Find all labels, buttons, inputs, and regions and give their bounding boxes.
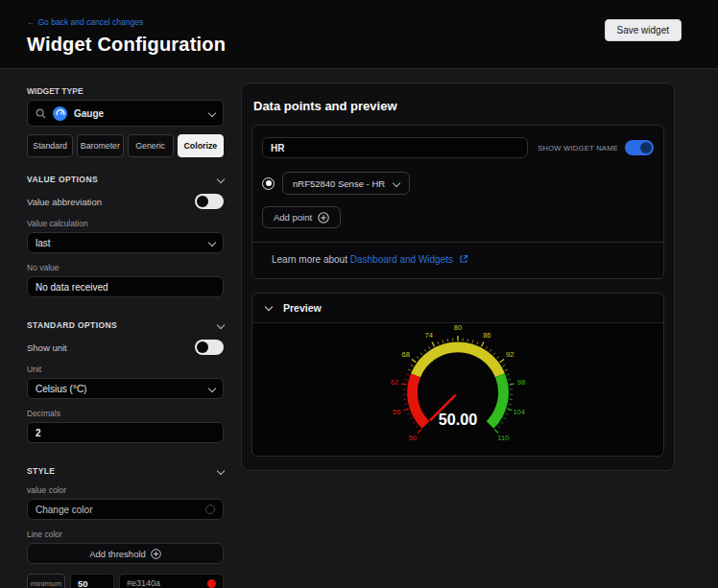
preview-collapse-header[interactable]: Preview [252,294,663,323]
chevron-down-icon [217,176,225,183]
unit-value: Celsius (°C) [36,384,86,394]
data-points-box: SHOW WIDGET NAME nRF52840 Sense - HR Add… [251,125,664,279]
learn-more-row: Learn more about Dashboard and Widgets [252,242,663,278]
show-widget-name-toggle[interactable] [625,140,654,155]
datapoint-radio[interactable] [262,177,275,190]
svg-text:50: 50 [409,434,417,442]
show-widget-name-label: SHOW WIDGET NAME [538,144,618,153]
line-color-label: Line color [27,529,224,539]
svg-text:68: 68 [402,350,410,359]
add-point-label: Add point [274,212,312,223]
threshold-value-input[interactable] [70,574,114,588]
widget-name-input[interactable] [262,137,528,158]
page-header: ← Go back and cancel changes Widget Conf… [0,0,718,69]
add-point-button[interactable]: Add point [262,206,341,228]
value-options-title: VALUE OPTIONS [27,175,98,184]
svg-text:104: 104 [513,408,525,416]
tab-generic[interactable]: Generic [128,134,174,157]
show-unit-label: Show unit [27,342,67,353]
show-unit-toggle[interactable] [195,340,224,355]
search-icon [36,108,46,119]
panel-title: Data points and preview [251,93,664,125]
style-title: STYLE [27,466,55,476]
no-value-label: No value [27,263,224,272]
svg-text:110: 110 [497,434,509,442]
unit-label: Unit [27,365,224,374]
widget-type-label: WIDGET TYPE [27,86,224,96]
no-value-input[interactable] [27,276,224,297]
chevron-down-icon [208,385,216,392]
gauge-variant-tabs: Standard Barometer Generic Colorize [27,134,224,157]
chevron-down-icon [393,179,400,187]
datapoint-select-value: nRF52840 Sense - HR [293,178,385,189]
svg-text:74: 74 [424,331,432,340]
value-abbreviation-label: Value abbreviation [27,197,102,207]
threshold-hex-text: #e3140a [127,578,160,588]
color-swatch-icon [205,505,215,514]
value-calculation-select[interactable]: last [27,232,224,253]
back-link[interactable]: ← Go back and cancel changes [27,17,143,27]
preview-title: Preview [283,302,322,314]
add-threshold-label: Add threshold [89,549,146,559]
tab-standard[interactable]: Standard [27,134,73,157]
save-widget-button[interactable]: Save widget [605,19,682,41]
tab-barometer[interactable]: Barometer [77,134,123,157]
value-options-header[interactable]: VALUE OPTIONS [27,175,224,184]
svg-text:50.00: 50.00 [439,411,478,428]
standard-options-header[interactable]: STANDARD OPTIONS [27,320,224,330]
svg-text:56: 56 [393,408,400,416]
widget-type-value: Gauge [74,108,104,119]
svg-text:80: 80 [454,323,462,332]
gauge-chart: 50566268748086929810411050.00 [354,322,562,457]
back-arrow-icon: ← [27,17,36,27]
decimals-label: Decimals [27,409,224,418]
chevron-down-icon [217,321,225,329]
value-calculation-value: last [36,238,51,248]
chevron-down-icon [208,239,216,247]
back-link-label: Go back and cancel changes [38,17,144,27]
tab-colorize[interactable]: Colorize [178,134,224,157]
value-calculation-label: Value calculation [27,219,224,228]
svg-text:86: 86 [483,331,491,340]
gauge-widget-icon [53,106,67,121]
chevron-down-icon [208,109,216,117]
threshold-color-input[interactable]: #e3140a [119,574,224,588]
add-threshold-button[interactable]: Add threshold [27,543,224,564]
preview-section: Preview 50566268748086929810411050.00 [251,293,664,457]
threshold-kind-label: minimum [27,574,65,588]
plus-circle-icon [151,549,161,559]
learn-more-text: Learn more about [272,254,350,265]
page-title: Widget Configuration [27,34,683,56]
svg-text:62: 62 [391,378,398,387]
external-link-icon [459,254,468,264]
plus-circle-icon [318,212,329,223]
unit-select[interactable]: Celsius (°C) [27,378,224,399]
value-color-label: value color [27,485,224,495]
datapoint-select[interactable]: nRF52840 Sense - HR [282,172,410,195]
svg-text:98: 98 [517,378,525,387]
color-dot-icon [207,579,216,588]
value-abbreviation-toggle[interactable] [195,194,224,209]
style-header[interactable]: STYLE [27,466,224,476]
threshold-row-minimum: minimum #e3140a [27,574,224,588]
gauge-preview: 50566268748086929810411050.00 [252,323,663,456]
svg-text:92: 92 [506,350,514,359]
chevron-down-icon [265,303,273,311]
config-sidebar: WIDGET TYPE Gauge Standard Barometer Gen… [27,82,224,588]
standard-options-title: STANDARD OPTIONS [27,320,117,330]
value-color-text: Change color [36,505,92,515]
docs-link[interactable]: Dashboard and Widgets [350,254,453,265]
widget-type-select[interactable]: Gauge [27,100,224,127]
data-points-panel: Data points and preview SHOW WIDGET NAME… [241,82,675,471]
decimals-input[interactable] [27,422,224,443]
value-color-picker[interactable]: Change color [27,499,224,520]
chevron-down-icon [217,467,225,475]
